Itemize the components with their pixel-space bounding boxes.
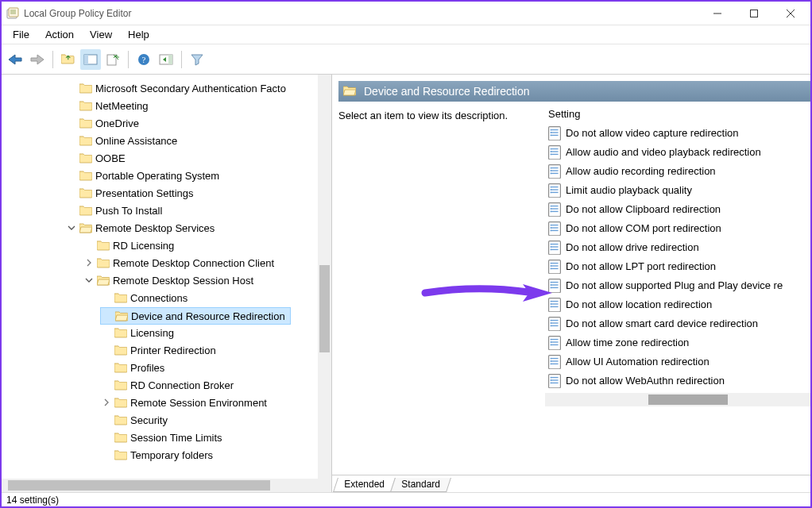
svg-text:?: ?: [142, 55, 146, 64]
maximize-button[interactable]: [736, 2, 772, 25]
tree-item[interactable]: Online Assistance: [65, 132, 331, 149]
tree-horizontal-scrollbar[interactable]: [2, 479, 318, 492]
tree-item-label: Connections: [130, 292, 188, 304]
setting-item[interactable]: Do not allow drive redirection: [545, 237, 810, 256]
tree-item[interactable]: Remote Desktop Services: [65, 219, 331, 237]
tree-item-label: Remote Desktop Services: [95, 222, 215, 234]
tree-vertical-scrollbar[interactable]: [318, 75, 331, 479]
tree-item[interactable]: OOBE: [65, 149, 331, 167]
svg-rect-22: [168, 55, 172, 64]
tree-item[interactable]: Session Time Limits: [100, 429, 331, 446]
setting-item[interactable]: Limit audio playback quality: [545, 180, 810, 199]
export-list-button[interactable]: [102, 49, 123, 70]
setting-item[interactable]: Do not allow LPT port redirection: [545, 256, 810, 275]
policy-setting-icon: [548, 298, 561, 310]
titlebar: Local Group Policy Editor: [2, 2, 810, 25]
tree-item[interactable]: RD Licensing: [83, 237, 331, 254]
tree-item[interactable]: RD Connection Broker: [100, 376, 331, 394]
folder-icon: [114, 292, 127, 303]
toolbar-separator: [52, 51, 53, 68]
policy-setting-icon: [548, 317, 561, 329]
tab-extended[interactable]: Extended: [333, 478, 396, 492]
tree-item[interactable]: Security: [100, 411, 331, 429]
policy-setting-icon: [548, 145, 561, 158]
setting-item[interactable]: Do not allow smart card device redirecti…: [545, 314, 810, 333]
policy-setting-icon: [548, 260, 561, 272]
setting-item[interactable]: Do not allow location redirection: [545, 294, 810, 314]
tree-item[interactable]: Licensing: [100, 324, 331, 341]
folder-icon: [114, 432, 127, 443]
menu-file[interactable]: File: [5, 27, 37, 42]
folder-icon: [115, 310, 128, 321]
menu-action[interactable]: Action: [37, 27, 82, 42]
tree-item[interactable]: Profiles: [100, 359, 331, 376]
setting-item[interactable]: Allow audio and video playback redirecti…: [545, 142, 810, 161]
filter-button[interactable]: [187, 49, 207, 70]
tree-item-label: RD Connection Broker: [130, 379, 234, 391]
settings-horizontal-scrollbar[interactable]: [545, 393, 810, 406]
tree-item[interactable]: Printer Redirection: [100, 341, 331, 359]
setting-item[interactable]: Do not allow video capture redirection: [545, 123, 810, 142]
setting-item[interactable]: Do not allow COM port redirection: [545, 218, 810, 237]
chevron-down-icon[interactable]: [84, 276, 94, 284]
folder-icon: [114, 327, 127, 338]
chevron-down-icon[interactable]: [67, 224, 76, 232]
tree-item[interactable]: Connections: [100, 289, 331, 306]
tree-item[interactable]: Microsoft Secondary Authentication Facto: [65, 79, 331, 97]
tree-item[interactable]: Portable Operating System: [65, 167, 331, 184]
tree-item-label: OOBE: [95, 152, 126, 164]
tree-item[interactable]: Device and Resource Redirection: [100, 307, 291, 325]
folder-icon: [79, 152, 92, 164]
chevron-right-icon[interactable]: [84, 259, 94, 267]
settings-column-header[interactable]: Setting: [545, 106, 810, 123]
setting-item[interactable]: Allow UI Automation redirection: [545, 352, 810, 371]
setting-label: Do not allow LPT port redirection: [566, 260, 716, 272]
tree-item[interactable]: Remote Desktop Connection Client: [83, 254, 331, 271]
setting-label: Do not allow video capture redirection: [566, 127, 739, 139]
tree-item[interactable]: Remote Desktop Session Host: [83, 271, 331, 289]
help-button[interactable]: ?: [133, 49, 154, 70]
menu-view[interactable]: View: [82, 27, 120, 42]
policy-setting-icon: [548, 164, 561, 177]
setting-label: Do not allow drive redirection: [566, 241, 699, 253]
show-hide-tree-button[interactable]: [80, 49, 101, 70]
setting-item[interactable]: Allow time zone redirection: [545, 333, 810, 352]
menu-help[interactable]: Help: [120, 27, 157, 42]
show-hide-action-pane-button[interactable]: [156, 49, 176, 70]
up-button[interactable]: [58, 49, 79, 70]
status-text: 14 setting(s): [6, 495, 59, 506]
tab-standard[interactable]: Standard: [390, 478, 451, 492]
minimize-button[interactable]: [699, 2, 736, 25]
tree-item-label: RD Licensing: [113, 240, 174, 252]
folder-icon: [114, 397, 127, 408]
folder-icon: [79, 205, 92, 216]
tree-item-label: OneDrive: [95, 117, 139, 129]
setting-item[interactable]: Do not allow supported Plug and Play dev…: [545, 275, 810, 294]
app-icon: [6, 7, 19, 20]
forward-button[interactable]: [27, 49, 48, 70]
tree-item[interactable]: Presentation Settings: [65, 184, 331, 202]
folder-icon: [114, 449, 127, 460]
tree-item[interactable]: Temporary folders: [100, 446, 331, 464]
policy-setting-icon: [548, 183, 561, 196]
back-button[interactable]: [5, 49, 25, 70]
chevron-right-icon[interactable]: [102, 398, 111, 406]
folder-icon: [79, 83, 92, 94]
setting-item[interactable]: Do not allow Clipboard redirection: [545, 199, 810, 218]
tree-item[interactable]: NetMeeting: [65, 97, 331, 114]
setting-item[interactable]: Do not allow WebAuthn redirection: [545, 371, 810, 390]
folder-icon: [79, 117, 92, 129]
tree-item[interactable]: Push To Install: [65, 202, 331, 219]
folder-open-icon: [97, 275, 110, 286]
close-button[interactable]: [772, 2, 809, 25]
settings-list: Do not allow video capture redirectionAl…: [545, 123, 810, 390]
tree-item-label: Session Time Limits: [130, 432, 222, 444]
setting-label: Allow audio recording redirection: [566, 165, 716, 177]
tree-item-label: Push To Install: [95, 205, 162, 217]
tree-item-label: Microsoft Secondary Authentication Facto: [95, 83, 286, 94]
tree-item[interactable]: OneDrive: [65, 114, 331, 132]
tree-item[interactable]: Remote Session Environment: [100, 394, 331, 411]
tree-item-label: Remote Session Environment: [130, 397, 267, 409]
policy-tree[interactable]: Microsoft Secondary Authentication Facto…: [2, 79, 331, 464]
setting-item[interactable]: Allow audio recording redirection: [545, 161, 810, 180]
